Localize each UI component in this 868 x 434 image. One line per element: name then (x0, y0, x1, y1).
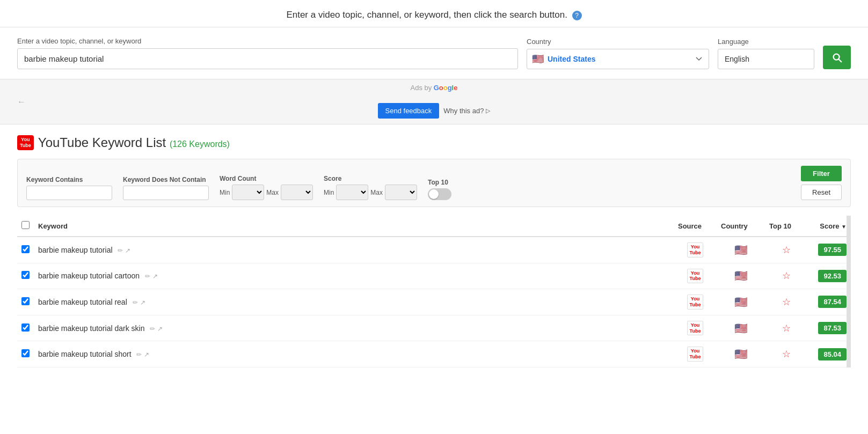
row-keyword-text: barbie makeup tutorial dark skin (38, 324, 144, 333)
row-source-cell: YouTube (674, 341, 717, 367)
top10-toggle[interactable] (428, 188, 451, 200)
star-icon[interactable]: ☆ (782, 349, 791, 359)
score-group: Score Min 10205075 Max 507590100 (324, 175, 417, 200)
row-country-cell: 🇺🇸 (717, 289, 765, 315)
row-keyword-text: barbie makeup tutorial (38, 246, 113, 254)
table-row: barbie makeup tutorial real ✏ ↗ YouTube … (17, 289, 851, 315)
help-icon[interactable]: ? (572, 11, 582, 20)
external-link-icon[interactable]: ↗ (144, 351, 149, 358)
keyword-input[interactable] (17, 48, 518, 69)
star-icon[interactable]: ☆ (782, 245, 791, 255)
row-flag: 🇺🇸 (734, 322, 748, 334)
table-header: Keyword Source Country Top 10 Score ▼ (17, 216, 851, 237)
external-link-icon[interactable]: ↗ (125, 247, 130, 254)
row-top10-cell: ☆ (765, 237, 808, 263)
search-bar: Enter a video topic, channel, or keyword… (0, 27, 868, 79)
language-label: Language (718, 38, 814, 46)
row-score-cell: 87.54 (808, 289, 851, 315)
row-score-cell: 87.53 (808, 315, 851, 341)
word-count-group: Word Count Min 1234 Max 2345 (220, 175, 313, 200)
keyword-tbody: barbie makeup tutorial ✏ ↗ YouTube 🇺🇸 ☆ … (17, 237, 851, 367)
star-icon[interactable]: ☆ (782, 297, 791, 307)
sort-arrow: ▼ (841, 224, 847, 230)
youtube-source-badge: YouTube (687, 321, 704, 336)
keyword-section: YouTube YouTube Keyword List (126 Keywor… (0, 124, 868, 378)
filter-button[interactable]: Filter (801, 166, 842, 181)
scrollbar[interactable] (847, 216, 851, 367)
country-select[interactable]: United States United Kingdom Canada (527, 49, 709, 69)
header-country: Country (717, 216, 765, 237)
row-country-cell: 🇺🇸 (717, 263, 765, 289)
row-checkbox-3[interactable] (21, 323, 30, 332)
star-icon[interactable]: ☆ (782, 323, 791, 334)
row-keyword-icons: ✏ ↗ (150, 325, 163, 333)
score-min-select[interactable]: 10205075 (336, 185, 368, 200)
keyword-not-contain-group: Keyword Does Not Contain (123, 176, 209, 200)
word-count-min-select[interactable]: 1234 (232, 185, 264, 200)
country-select-wrapper: 🇺🇸 United States United Kingdom Canada (527, 49, 709, 69)
reset-button[interactable]: Reset (801, 185, 842, 200)
score-max-select[interactable]: 507590100 (385, 185, 417, 200)
header-top10: Top 10 (765, 216, 808, 237)
send-feedback-button[interactable]: Send feedback (378, 103, 440, 119)
table-row: barbie makeup tutorial dark skin ✏ ↗ You… (17, 315, 851, 341)
country-field: Country 🇺🇸 United States United Kingdom … (527, 38, 709, 69)
edit-icon[interactable]: ✏ (133, 299, 138, 306)
play-icon: ▷ (486, 107, 490, 114)
row-flag: 🇺🇸 (734, 296, 748, 308)
table-row: barbie makeup tutorial ✏ ↗ YouTube 🇺🇸 ☆ … (17, 237, 851, 263)
search-icon (831, 52, 843, 63)
youtube-source-badge: YouTube (687, 269, 704, 284)
edit-icon[interactable]: ✏ (136, 351, 142, 358)
row-keyword-text: barbie makeup tutorial real (38, 298, 127, 306)
keyword-contains-input[interactable] (26, 186, 112, 200)
edit-icon[interactable]: ✏ (150, 325, 155, 333)
row-country-cell: 🇺🇸 (717, 237, 765, 263)
row-checkbox-1[interactable] (21, 271, 30, 279)
search-button[interactable] (823, 46, 851, 69)
star-icon[interactable]: ☆ (782, 270, 791, 281)
table-row: barbie makeup tutorial short ✏ ↗ YouTube… (17, 341, 851, 367)
row-country-cell: 🇺🇸 (717, 315, 765, 341)
row-score-cell: 85.04 (808, 341, 851, 367)
top10-filter-group: Top 10 (428, 179, 451, 200)
why-this-ad[interactable]: Why this ad? ▷ (443, 107, 490, 115)
keyword-label: Enter a video topic, channel, or keyword (17, 37, 518, 45)
youtube-source-badge: YouTube (687, 295, 704, 310)
external-link-icon[interactable]: ↗ (140, 299, 145, 306)
row-checkbox-2[interactable] (21, 297, 30, 305)
external-link-icon[interactable]: ↗ (152, 273, 158, 280)
row-keyword-cell: barbie makeup tutorial ✏ ↗ (34, 237, 674, 263)
header-keyword: Keyword (34, 216, 674, 237)
row-checkbox-0[interactable] (21, 245, 30, 253)
header-checkbox-col (17, 216, 34, 237)
language-select[interactable]: English Spanish French (718, 49, 814, 69)
row-flag: 🇺🇸 (734, 348, 748, 360)
row-keyword-icons: ✏ ↗ (118, 247, 130, 254)
country-label: Country (527, 38, 709, 46)
row-checkbox-cell (17, 237, 34, 263)
filter-bar: Keyword Contains Keyword Does Not Contai… (17, 159, 851, 207)
keyword-count: (126 Keywords) (170, 139, 230, 149)
score-badge: 92.53 (818, 270, 847, 282)
row-checkbox-4[interactable] (21, 349, 30, 357)
external-link-icon[interactable]: ↗ (157, 325, 163, 333)
row-keyword-cell: barbie makeup tutorial cartoon ✏ ↗ (34, 263, 674, 289)
select-all-checkbox[interactable] (21, 221, 30, 229)
keyword-not-contain-input[interactable] (123, 186, 209, 200)
header-source: Source (674, 216, 717, 237)
row-keyword-icons: ✏ ↗ (133, 299, 145, 306)
keyword-contains-label: Keyword Contains (26, 176, 112, 183)
section-heading: YouTube Keyword List (126 Keywords) (38, 135, 230, 150)
youtube-source-badge: YouTube (687, 242, 704, 258)
row-top10-cell: ☆ (765, 315, 808, 341)
word-count-max-select[interactable]: 2345 (281, 185, 313, 200)
edit-icon[interactable]: ✏ (145, 273, 150, 280)
header-score[interactable]: Score ▼ (808, 216, 851, 237)
top10-filter-label: Top 10 (428, 179, 448, 186)
ads-back-arrow[interactable]: ← (17, 97, 26, 107)
table-row: barbie makeup tutorial cartoon ✏ ↗ YouTu… (17, 263, 851, 289)
row-flag: 🇺🇸 (734, 270, 748, 282)
edit-icon[interactable]: ✏ (118, 247, 123, 254)
instruction-text: Enter a video topic, channel, or keyword… (286, 10, 567, 20)
